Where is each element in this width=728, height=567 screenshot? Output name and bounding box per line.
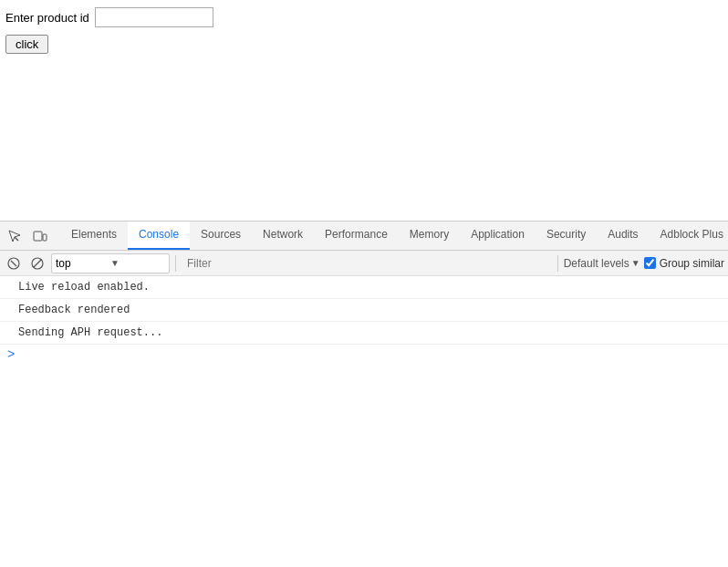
svg-line-5 (34, 259, 42, 267)
console-message-3: Sending APH request... (0, 322, 728, 345)
default-levels-arrow-icon: ▼ (631, 258, 640, 268)
console-filter-input[interactable] (182, 255, 552, 272)
clear-console-button[interactable] (4, 253, 24, 273)
context-dropdown-value: top (56, 257, 110, 270)
svg-rect-0 (34, 232, 42, 241)
tab-console[interactable]: Console (128, 222, 190, 251)
devtools-tabs: Elements Console Sources Network Perform… (58, 222, 724, 251)
default-levels-dropdown[interactable]: Default levels ▼ (564, 257, 640, 270)
tab-sources[interactable]: Sources (190, 222, 252, 251)
tab-elements[interactable]: Elements (60, 222, 128, 251)
device-toolbar-button[interactable] (29, 225, 51, 247)
console-message-1: Live reload enabled. (0, 276, 728, 299)
console-toolbar: top ▼ Default levels ▼ Group similar (0, 251, 728, 276)
block-icon (31, 257, 44, 270)
product-form: Enter product id (5, 7, 723, 27)
tab-performance[interactable]: Performance (314, 222, 399, 251)
inspect-element-button[interactable] (4, 225, 26, 247)
tab-adblock-plus[interactable]: Adblock Plus (650, 222, 724, 251)
group-similar-checkbox[interactable] (644, 257, 656, 269)
default-levels-label: Default levels (564, 257, 629, 270)
tab-memory[interactable]: Memory (399, 222, 460, 251)
devtools-top-toolbar: Elements Console Sources Network Perform… (0, 222, 728, 251)
group-similar-label[interactable]: Group similar (644, 257, 724, 270)
tab-audits[interactable]: Audits (597, 222, 649, 251)
clear-icon (7, 257, 20, 270)
tab-network[interactable]: Network (252, 222, 314, 251)
toolbar-divider (175, 255, 176, 272)
product-id-input[interactable] (95, 7, 213, 27)
tab-security[interactable]: Security (536, 222, 597, 251)
tab-application[interactable]: Application (460, 222, 536, 251)
svg-rect-1 (43, 234, 47, 241)
cursor-icon (7, 229, 22, 243)
block-requests-button[interactable] (27, 253, 47, 273)
console-message-2: Feedback rendered (0, 299, 728, 322)
product-id-label: Enter product id (5, 11, 89, 25)
group-similar-text: Group similar (660, 257, 724, 270)
devtools-panel: Elements Console Sources Network Perform… (0, 221, 728, 567)
click-button[interactable]: click (5, 35, 48, 54)
context-dropdown[interactable]: top ▼ (51, 253, 170, 273)
devtools-icon-group (4, 225, 58, 247)
page-content: Enter product id click (0, 0, 728, 221)
console-prompt[interactable]: > (0, 345, 728, 365)
svg-line-3 (11, 261, 16, 266)
prompt-arrow-icon: > (7, 347, 15, 362)
console-output: Live reload enabled. Feedback rendered S… (0, 276, 728, 567)
device-icon (33, 229, 47, 243)
toolbar-divider-2 (557, 255, 558, 272)
dropdown-arrow-icon: ▼ (110, 258, 165, 268)
